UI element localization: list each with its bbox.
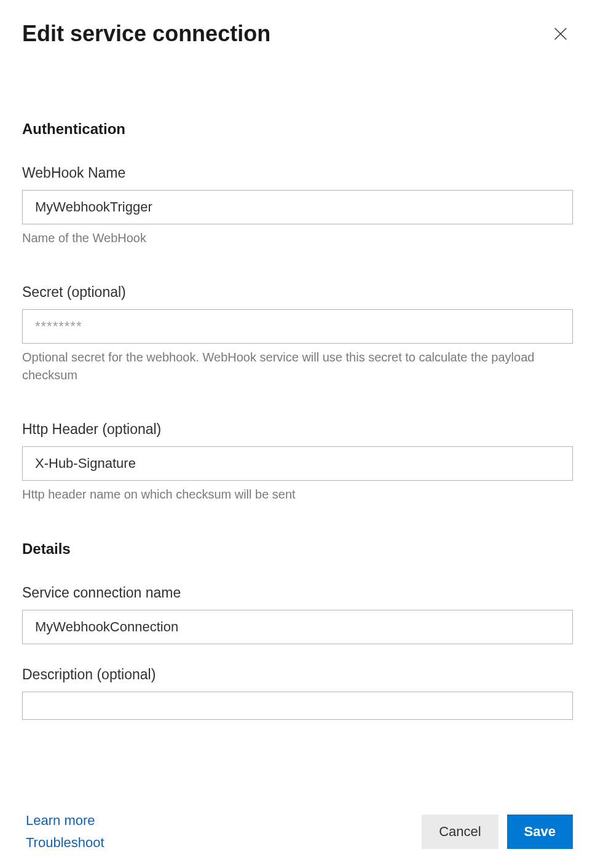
- close-icon: [552, 25, 569, 42]
- description-field: Description (optional): [22, 666, 573, 720]
- panel-footer: Learn more Troubleshoot Cancel Save: [0, 798, 595, 868]
- connection-name-field: Service connection name: [22, 585, 573, 644]
- connection-name-input[interactable]: [22, 610, 573, 644]
- webhook-name-input[interactable]: [22, 190, 573, 224]
- connection-name-label: Service connection name: [22, 585, 573, 601]
- secret-input[interactable]: [22, 309, 573, 344]
- learn-more-link[interactable]: Learn more: [26, 813, 104, 829]
- details-section: Details Service connection name Descript…: [22, 540, 573, 720]
- auth-section-heading: Authentication: [22, 120, 573, 138]
- panel-title: Edit service connection: [22, 21, 270, 47]
- webhook-name-field: WebHook Name Name of the WebHook: [22, 165, 573, 247]
- webhook-name-help: Name of the WebHook: [22, 229, 573, 247]
- details-heading: Details: [22, 540, 573, 558]
- troubleshoot-link[interactable]: Troubleshoot: [26, 835, 104, 851]
- footer-links: Learn more Troubleshoot: [26, 813, 104, 851]
- secret-help: Optional secret for the webhook. WebHook…: [22, 349, 573, 384]
- http-header-field: Http Header (optional) Http header name …: [22, 421, 573, 503]
- close-button[interactable]: [548, 22, 573, 46]
- save-button[interactable]: Save: [507, 815, 573, 849]
- webhook-name-label: WebHook Name: [22, 165, 573, 181]
- secret-field: Secret (optional) Optional secret for th…: [22, 284, 573, 384]
- footer-buttons: Cancel Save: [422, 815, 573, 849]
- description-input[interactable]: [22, 692, 573, 720]
- http-header-help: Http header name on which checksum will …: [22, 486, 573, 503]
- description-label: Description (optional): [22, 666, 573, 683]
- panel-header: Edit service connection: [22, 21, 573, 47]
- cancel-button[interactable]: Cancel: [422, 815, 498, 849]
- http-header-input[interactable]: [22, 446, 573, 481]
- http-header-label: Http Header (optional): [22, 421, 573, 438]
- secret-label: Secret (optional): [22, 284, 573, 301]
